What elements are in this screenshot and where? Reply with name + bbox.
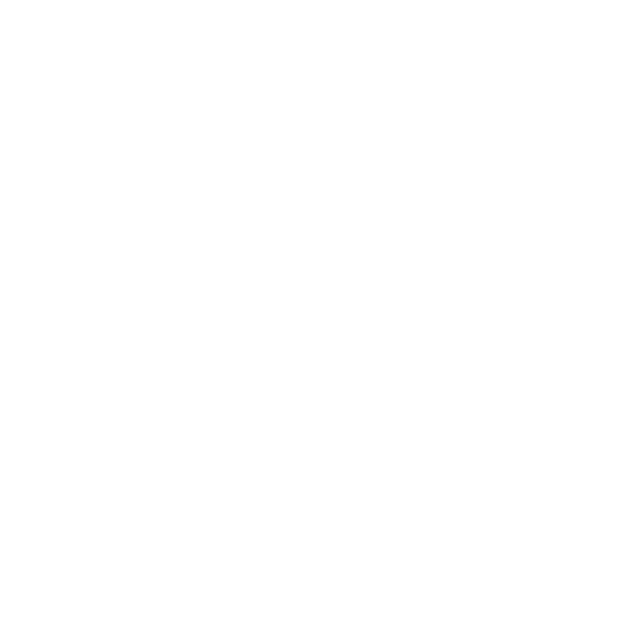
gradient-background [14,23,630,630]
plot-area [12,23,632,633]
chart-svg [12,23,632,633]
chart-container [0,0,644,644]
